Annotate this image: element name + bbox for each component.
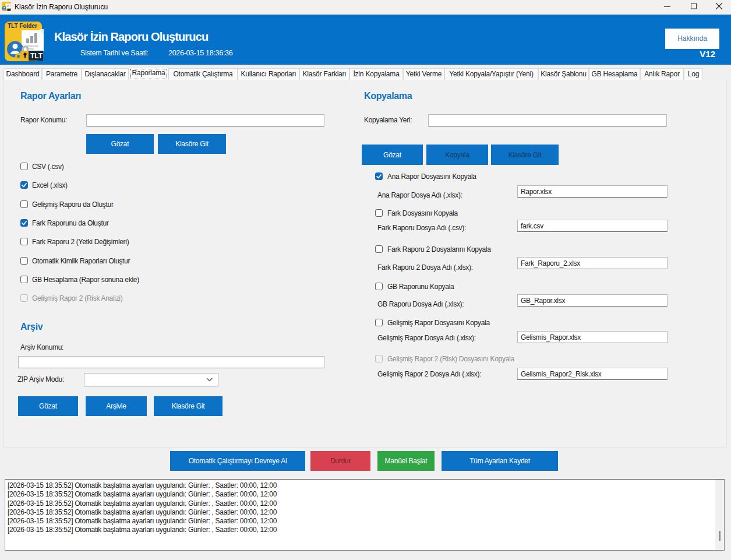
svg-text:TLT Folder: TLT Folder (8, 23, 37, 29)
svg-text:TLT: TLT (30, 52, 43, 60)
